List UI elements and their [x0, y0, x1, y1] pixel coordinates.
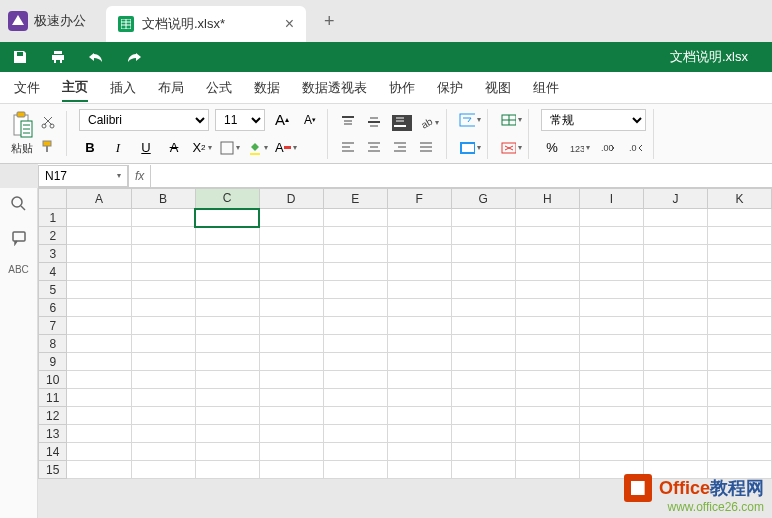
- italic-button[interactable]: I: [107, 137, 129, 159]
- cell-D3[interactable]: [259, 245, 323, 263]
- cell-G6[interactable]: [451, 299, 515, 317]
- cell-E14[interactable]: [323, 443, 387, 461]
- cell-I9[interactable]: [579, 353, 643, 371]
- align-bottom-icon[interactable]: [392, 115, 412, 131]
- cell-I8[interactable]: [579, 335, 643, 353]
- font-name-select[interactable]: Calibri: [79, 109, 209, 131]
- row-header-4[interactable]: 4: [39, 263, 67, 281]
- cell-I14[interactable]: [579, 443, 643, 461]
- menu-公式[interactable]: 公式: [206, 75, 232, 101]
- cell-I13[interactable]: [579, 425, 643, 443]
- border-button[interactable]: ▾: [219, 137, 241, 159]
- cell-F15[interactable]: [387, 461, 451, 479]
- cell-G10[interactable]: [451, 371, 515, 389]
- cell-A5[interactable]: [67, 281, 131, 299]
- increase-decimal-icon[interactable]: .00: [597, 137, 619, 159]
- cut-icon[interactable]: [38, 113, 58, 131]
- menu-布局[interactable]: 布局: [158, 75, 184, 101]
- cell-A12[interactable]: [67, 407, 131, 425]
- cell-E5[interactable]: [323, 281, 387, 299]
- cell-G3[interactable]: [451, 245, 515, 263]
- cell-C10[interactable]: [195, 371, 259, 389]
- menu-组件[interactable]: 组件: [533, 75, 559, 101]
- cell-J6[interactable]: [643, 299, 707, 317]
- row-header-8[interactable]: 8: [39, 335, 67, 353]
- cell-A13[interactable]: [67, 425, 131, 443]
- number-format-select[interactable]: 常规: [541, 109, 646, 131]
- cell-K4[interactable]: [707, 263, 771, 281]
- menu-文件[interactable]: 文件: [14, 75, 40, 101]
- cell-B4[interactable]: [131, 263, 195, 281]
- cell-A11[interactable]: [67, 389, 131, 407]
- col-header-I[interactable]: I: [579, 189, 643, 209]
- menu-视图[interactable]: 视图: [485, 75, 511, 101]
- cell-J10[interactable]: [643, 371, 707, 389]
- cell-A1[interactable]: [67, 209, 131, 227]
- cell-B14[interactable]: [131, 443, 195, 461]
- cell-A15[interactable]: [67, 461, 131, 479]
- name-box[interactable]: N17▾: [38, 165, 128, 187]
- cell-I2[interactable]: [579, 227, 643, 245]
- cell-C1[interactable]: [195, 209, 259, 227]
- menu-保护[interactable]: 保护: [437, 75, 463, 101]
- increase-font-icon[interactable]: A▴: [271, 109, 293, 131]
- cell-F11[interactable]: [387, 389, 451, 407]
- menu-数据[interactable]: 数据: [254, 75, 280, 101]
- cell-A7[interactable]: [67, 317, 131, 335]
- row-header-14[interactable]: 14: [39, 443, 67, 461]
- cell-B9[interactable]: [131, 353, 195, 371]
- cell-H8[interactable]: [515, 335, 579, 353]
- insert-button[interactable]: ▾: [500, 109, 522, 131]
- formula-input[interactable]: [151, 165, 772, 187]
- cell-K14[interactable]: [707, 443, 771, 461]
- cell-A3[interactable]: [67, 245, 131, 263]
- cell-J12[interactable]: [643, 407, 707, 425]
- row-header-13[interactable]: 13: [39, 425, 67, 443]
- bold-button[interactable]: B: [79, 137, 101, 159]
- cell-C15[interactable]: [195, 461, 259, 479]
- cell-D15[interactable]: [259, 461, 323, 479]
- cell-B13[interactable]: [131, 425, 195, 443]
- cell-G8[interactable]: [451, 335, 515, 353]
- row-header-7[interactable]: 7: [39, 317, 67, 335]
- cell-E2[interactable]: [323, 227, 387, 245]
- spreadsheet-grid[interactable]: ABCDEFGHIJK 123456789101112131415: [38, 188, 772, 518]
- cell-E4[interactable]: [323, 263, 387, 281]
- cell-F2[interactable]: [387, 227, 451, 245]
- cell-C3[interactable]: [195, 245, 259, 263]
- strikethrough-button[interactable]: A: [163, 137, 185, 159]
- select-all-corner[interactable]: [39, 189, 67, 209]
- cell-I15[interactable]: [579, 461, 643, 479]
- percent-button[interactable]: %: [541, 137, 563, 159]
- cell-B3[interactable]: [131, 245, 195, 263]
- cell-H10[interactable]: [515, 371, 579, 389]
- cell-B12[interactable]: [131, 407, 195, 425]
- cell-D14[interactable]: [259, 443, 323, 461]
- cell-I5[interactable]: [579, 281, 643, 299]
- cell-F10[interactable]: [387, 371, 451, 389]
- cell-I3[interactable]: [579, 245, 643, 263]
- cell-B10[interactable]: [131, 371, 195, 389]
- cell-D1[interactable]: [259, 209, 323, 227]
- cell-B5[interactable]: [131, 281, 195, 299]
- cell-K13[interactable]: [707, 425, 771, 443]
- row-header-1[interactable]: 1: [39, 209, 67, 227]
- cell-K11[interactable]: [707, 389, 771, 407]
- cell-F9[interactable]: [387, 353, 451, 371]
- cell-B11[interactable]: [131, 389, 195, 407]
- cell-B7[interactable]: [131, 317, 195, 335]
- cell-J4[interactable]: [643, 263, 707, 281]
- cell-G9[interactable]: [451, 353, 515, 371]
- row-header-12[interactable]: 12: [39, 407, 67, 425]
- row-header-11[interactable]: 11: [39, 389, 67, 407]
- cell-F7[interactable]: [387, 317, 451, 335]
- cell-C12[interactable]: [195, 407, 259, 425]
- cell-D13[interactable]: [259, 425, 323, 443]
- cell-F14[interactable]: [387, 443, 451, 461]
- cell-K10[interactable]: [707, 371, 771, 389]
- decrease-decimal-icon[interactable]: .0: [625, 137, 647, 159]
- cell-G2[interactable]: [451, 227, 515, 245]
- cell-K5[interactable]: [707, 281, 771, 299]
- col-header-E[interactable]: E: [323, 189, 387, 209]
- cell-F3[interactable]: [387, 245, 451, 263]
